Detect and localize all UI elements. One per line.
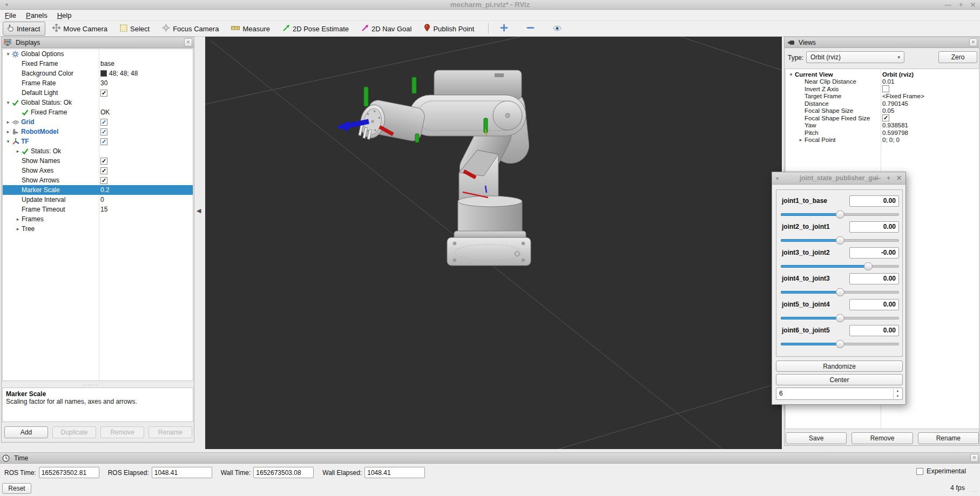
tool-interact-button[interactable]: Interact xyxy=(3,22,45,36)
tree-row-current-view[interactable]: ▾Current ViewOrbit (rviz) xyxy=(786,71,979,78)
wall-elapsed-field[interactable]: 1048.41 xyxy=(364,467,425,478)
save-button[interactable]: Save xyxy=(786,432,847,444)
slider-handle[interactable] xyxy=(836,236,844,244)
tree-row-yaw[interactable]: Yaw0.938581 xyxy=(786,122,979,130)
checkbox-checked[interactable]: ✓ xyxy=(100,158,107,165)
checkbox-checked[interactable]: ✓ xyxy=(882,114,889,121)
checkbox-checked[interactable]: ✓ xyxy=(100,177,107,184)
wall-time-field[interactable]: 1652673503.08 xyxy=(253,467,314,478)
tree-row-show-axes[interactable]: Show Axes✓ xyxy=(3,166,193,175)
add-button[interactable]: Add xyxy=(4,426,48,438)
reset-button[interactable]: Reset xyxy=(2,483,31,494)
tree-row-status-ok[interactable]: ▸Status: Ok xyxy=(3,146,193,156)
tree-row-pitch[interactable]: Pitch0.599798 xyxy=(786,129,979,137)
remove-tool-minus-button[interactable] xyxy=(521,22,540,36)
dock-splitter-left[interactable]: ◀ xyxy=(195,37,205,449)
checkbox-checked[interactable]: ✓ xyxy=(100,138,107,145)
expander-closed-icon[interactable]: ▸ xyxy=(797,137,805,142)
expander-closed-icon[interactable]: ▸ xyxy=(4,129,12,134)
jsp-close-button[interactable]: ✕ xyxy=(896,174,902,182)
expander-closed-icon[interactable]: ▸ xyxy=(14,226,22,232)
slider-handle[interactable] xyxy=(836,210,844,219)
slider-handle[interactable] xyxy=(836,340,844,348)
ros-elapsed-field[interactable]: 1048.41 xyxy=(152,467,212,478)
tree-row-frames[interactable]: ▸Frames xyxy=(3,214,193,224)
joint-slider[interactable] xyxy=(781,210,899,219)
tree-row-global-status-ok[interactable]: ▾Global Status: Ok xyxy=(3,98,193,107)
menu-help[interactable]: Help xyxy=(52,10,77,21)
joint-slider[interactable] xyxy=(781,262,899,270)
tool-focus-camera-button[interactable]: Focus Camera xyxy=(158,22,224,36)
time-panel-header[interactable]: Time ✕ xyxy=(0,453,980,464)
tool-visibility-eye-button[interactable] xyxy=(547,22,567,36)
views-panel-header[interactable]: Views ✕ xyxy=(785,37,979,48)
tree-row-background-color[interactable]: Background Color48; 48; 48 xyxy=(3,69,193,78)
joint-slider[interactable] xyxy=(781,314,899,322)
tree-row-near-clip-distance[interactable]: Near Clip Distance0.01 xyxy=(786,78,979,86)
joint-slider[interactable] xyxy=(781,340,899,348)
window-minimize-button[interactable]: — xyxy=(945,0,951,10)
center-button[interactable]: Center xyxy=(776,374,903,385)
joint-value-field[interactable]: 0.00 xyxy=(849,325,899,336)
tree-row-tree[interactable]: ▸Tree xyxy=(3,224,193,234)
randomize-button[interactable]: Randomize xyxy=(776,361,903,372)
tree-row-focal-point[interactable]: ▸Focal Point0; 0; 0 xyxy=(786,137,979,144)
joint-state-publisher-window[interactable]: ▾ joint_state_publisher_gui — + ✕ joint1… xyxy=(772,172,906,405)
jsp-title-bar[interactable]: ▾ joint_state_publisher_gui — + ✕ xyxy=(772,172,905,185)
tree-row-invert-z-axis[interactable]: Invert Z Axis xyxy=(786,85,979,93)
slider-handle[interactable] xyxy=(836,314,844,322)
zero-button[interactable]: Zero xyxy=(938,51,977,63)
rename-button[interactable]: Rename xyxy=(918,432,979,444)
checkbox-checked[interactable]: ✓ xyxy=(100,167,107,174)
tool-publish-point-button[interactable]: Publish Point xyxy=(420,22,479,36)
color-swatch[interactable] xyxy=(100,70,107,77)
tree-row-frame-timeout[interactable]: Frame Timeout15 xyxy=(3,205,193,214)
menu-panels[interactable]: Panels xyxy=(21,10,52,21)
expander-open-icon[interactable]: ▾ xyxy=(4,139,12,144)
joint-slider[interactable] xyxy=(781,288,899,296)
expander-open-icon[interactable]: ▾ xyxy=(787,72,795,77)
tool-2d-pose-estimate-button[interactable]: 2D Pose Estimate xyxy=(279,22,354,36)
add-tool-plus-button[interactable] xyxy=(494,22,514,36)
menu-file[interactable]: File xyxy=(0,10,21,21)
remove-button[interactable]: Remove xyxy=(851,432,913,444)
tree-row-show-arrows[interactable]: Show Arrows✓ xyxy=(3,175,193,185)
tool-select-button[interactable]: Select xyxy=(116,22,155,36)
joint-value-field[interactable]: 0.00 xyxy=(849,221,899,233)
experimental-checkbox[interactable] xyxy=(916,468,923,475)
splitter-collapse-icon[interactable]: ◀ xyxy=(197,207,201,214)
time-close-icon[interactable]: ✕ xyxy=(970,454,978,462)
joint-value-field[interactable]: 0.00 xyxy=(849,299,899,310)
tree-row-fixed-frame[interactable]: Fixed Framebase xyxy=(3,59,193,69)
tree-row-robotmodel[interactable]: ▸RobotModel✓ xyxy=(3,127,193,137)
checkbox-checked[interactable]: ✓ xyxy=(100,90,107,97)
views-close-icon[interactable]: ✕ xyxy=(969,38,977,46)
tool-measure-button[interactable]: Measure xyxy=(227,22,275,36)
tree-row-focal-shape-size[interactable]: Focal Shape Size0.05 xyxy=(786,107,979,115)
tree-row-target-frame[interactable]: Target Frame<Fixed Frame> xyxy=(786,93,979,100)
tree-row-update-interval[interactable]: Update Interval0 xyxy=(3,195,193,205)
tree-row-global-options[interactable]: ▾Global Options xyxy=(3,49,193,59)
tree-row-grid[interactable]: ▸Grid✓ xyxy=(3,117,193,127)
slider-handle[interactable] xyxy=(836,288,844,296)
tool-2d-nav-goal-button[interactable]: 2D Nav Goal xyxy=(357,22,417,36)
spinbox-up-icon[interactable]: ▲ xyxy=(894,389,902,394)
tool-move-camera-button[interactable]: Move Camera xyxy=(49,22,113,36)
ros-time-field[interactable]: 1652673502.81 xyxy=(39,467,99,478)
jsp-window-menu-icon[interactable]: ▾ xyxy=(776,175,779,181)
tree-row-focal-shape-fixed-size[interactable]: Focal Shape Fixed Size✓ xyxy=(786,114,979,122)
rate-spinbox[interactable]: 6 ▲ ▼ xyxy=(776,388,903,400)
displays-panel-header[interactable]: Displays ✕ xyxy=(2,37,194,48)
checkbox-unchecked[interactable] xyxy=(882,85,889,92)
slider-handle[interactable] xyxy=(864,262,873,270)
jsp-maximize-button[interactable]: + xyxy=(887,174,890,182)
expander-open-icon[interactable]: ▾ xyxy=(4,51,12,57)
horizontal-splitter-handle[interactable]: ······ xyxy=(83,382,99,388)
title-bar[interactable]: ▾ mecharm_pi.rviz* - RViz — + ✕ xyxy=(0,0,980,10)
resize-grip[interactable]: ∙∙∙ xyxy=(972,488,978,494)
render-viewport-3d[interactable] xyxy=(205,37,782,449)
joint-value-field[interactable]: -0.00 xyxy=(849,247,899,259)
spinbox-down-icon[interactable]: ▼ xyxy=(894,394,902,399)
expander-open-icon[interactable]: ▾ xyxy=(4,100,12,105)
displays-close-icon[interactable]: ✕ xyxy=(184,38,192,46)
